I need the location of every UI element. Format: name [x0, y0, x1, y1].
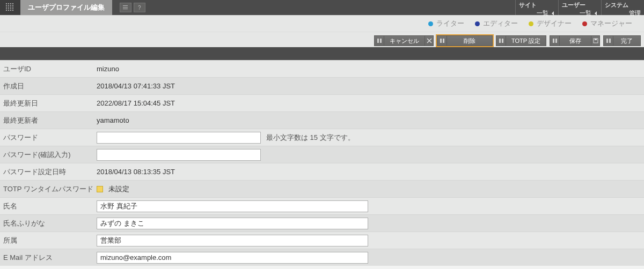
name-input[interactable] [97, 200, 368, 212]
label-password-set-at: パスワード設定日時 [0, 167, 97, 177]
menu-site-sub: 一覧 [519, 9, 555, 17]
help-button[interactable]: ? [134, 3, 145, 12]
svg-point-9 [8, 8, 9, 9]
svg-point-5 [8, 5, 9, 6]
label-totp: TOTP ワンタイムパスワード [0, 184, 97, 194]
label-updater: 最終更新者 [0, 116, 97, 125]
label-dept: 所属 [0, 236, 97, 245]
label-email: E Mail アドレス [0, 253, 97, 263]
menu-user[interactable]: ユーザー 一覧 [558, 0, 601, 15]
menu-system-title: システム [605, 1, 641, 9]
svg-rect-28 [609, 39, 611, 43]
email-input[interactable] [97, 252, 368, 264]
svg-rect-19 [440, 39, 442, 43]
done-button[interactable]: 完了 [603, 35, 641, 46]
grip-icon [496, 36, 506, 46]
chevron-left-icon [594, 11, 598, 16]
grip-icon [550, 36, 560, 46]
page-title-tab: ユーザプロファイル編集 [20, 0, 112, 15]
menu-system[interactable]: システム 管理 [601, 0, 644, 15]
legend-writer: ライター [428, 19, 464, 28]
row-password: パスワード 最小文字数は 15 文字です。 [0, 129, 644, 146]
legend-designer: デザイナー [529, 19, 572, 28]
svg-point-10 [10, 8, 11, 9]
svg-rect-24 [555, 39, 557, 43]
svg-point-0 [6, 3, 7, 4]
totp-settings-button[interactable]: TOTP 設定 [496, 35, 546, 46]
svg-rect-21 [499, 39, 501, 43]
row-password-confirm: パスワード(確認入力) [0, 146, 644, 163]
grip-icon [437, 36, 447, 46]
password-confirm-input[interactable] [97, 149, 261, 161]
svg-rect-17 [377, 39, 379, 43]
legend-editor: エディター [475, 19, 518, 28]
back-button[interactable] [120, 3, 131, 12]
row-updated: 最終更新日 2022/08/17 15:04:45 JST [0, 94, 644, 111]
svg-point-6 [10, 5, 11, 6]
menu-site-title: サイト [519, 1, 555, 9]
password-hint: 最小文字数は 15 文字です。 [266, 133, 355, 143]
svg-point-4 [6, 5, 7, 6]
kana-input[interactable] [97, 218, 368, 229]
delete-button[interactable]: 削除 [437, 35, 493, 46]
svg-point-2 [10, 3, 11, 4]
value-user-id: mizuno [97, 65, 644, 73]
row-totp: TOTP ワンタイムパスワード 未設定 [0, 180, 644, 197]
tab-subcontrols: ? [112, 0, 145, 15]
action-bar: キャンセル 削除 TOTP 設定 保存 [374, 35, 641, 46]
flag-icon [97, 186, 103, 192]
top-menu: サイト 一覧 ユーザー 一覧 システム 管理 [515, 0, 644, 15]
dot-icon [428, 21, 433, 26]
action-bar-backdrop: キャンセル 削除 TOTP 設定 保存 [0, 47, 644, 60]
profile-form: ユーザID mizuno 作成日 2018/04/13 07:41:33 JST… [0, 60, 644, 266]
label-created: 作成日 [0, 81, 97, 91]
page-title: ユーザプロファイル編集 [28, 3, 105, 12]
svg-rect-27 [606, 39, 608, 43]
label-password: パスワード [0, 133, 97, 143]
svg-point-15 [12, 10, 13, 11]
password-input[interactable] [97, 132, 261, 144]
svg-point-8 [6, 8, 7, 9]
svg-text:?: ? [138, 5, 141, 11]
menu-site[interactable]: サイト 一覧 [515, 0, 558, 15]
svg-rect-18 [380, 39, 382, 43]
close-icon [425, 36, 433, 46]
value-password-set-at: 2018/04/13 08:13:35 JST [97, 168, 644, 176]
menu-system-sub: 管理 [605, 9, 641, 17]
value-updater: yamamoto [97, 116, 644, 124]
svg-point-14 [10, 10, 11, 11]
row-password-set-at: パスワード設定日時 2018/04/13 08:13:35 JST [0, 163, 644, 180]
row-name: 氏名 [0, 197, 644, 214]
dot-icon [582, 21, 587, 26]
window-topbar: ユーザプロファイル編集 ? サイト 一覧 ユーザー 一覧 システム 管理 [0, 0, 644, 15]
svg-point-1 [8, 3, 9, 4]
label-user-id: ユーザID [0, 64, 97, 74]
row-kana: 氏名ふりがな [0, 214, 644, 231]
cancel-button[interactable]: キャンセル [374, 35, 434, 46]
legend-manager: マネージャー [582, 19, 632, 28]
role-legend: ライター エディター デザイナー マネージャー [0, 15, 644, 32]
label-kana: 氏名ふりがな [0, 219, 97, 228]
save-button[interactable]: 保存 [550, 35, 600, 46]
svg-rect-26 [595, 39, 597, 40]
value-created: 2018/04/13 07:41:33 JST [97, 82, 644, 90]
dot-icon [529, 21, 533, 26]
svg-rect-22 [502, 39, 503, 43]
label-updated: 最終更新日 [0, 99, 97, 108]
label-name: 氏名 [0, 201, 97, 211]
svg-point-7 [12, 5, 13, 6]
row-created: 作成日 2018/04/13 07:41:33 JST [0, 77, 644, 94]
dot-icon [475, 21, 480, 26]
svg-point-13 [8, 10, 9, 11]
svg-point-3 [12, 3, 13, 4]
menu-user-sub: 一覧 [562, 9, 598, 17]
dept-input[interactable] [97, 235, 368, 246]
grip-icon [375, 36, 384, 46]
chevron-left-icon [551, 11, 555, 16]
save-icon [591, 36, 599, 46]
value-totp: 未設定 [108, 184, 129, 194]
svg-point-11 [12, 8, 13, 9]
label-password-confirm: パスワード(確認入力) [0, 150, 97, 160]
svg-rect-20 [443, 39, 444, 43]
app-icon [0, 0, 20, 15]
